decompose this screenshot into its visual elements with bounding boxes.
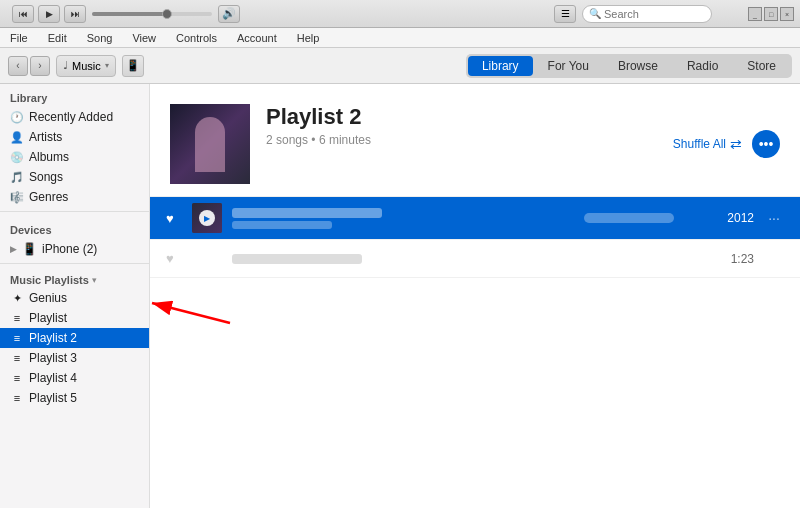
song-thumb-1: ▶ [192, 203, 222, 233]
more-options-icon: ••• [759, 136, 774, 152]
song-year-1: 2012 [714, 211, 754, 225]
song-artist-1 [232, 221, 332, 229]
song-name-2 [232, 254, 362, 264]
playlists-section-label: Music Playlists [10, 274, 89, 286]
shuffle-all-label: Shuffle All [673, 137, 726, 151]
menu-controls[interactable]: Controls [172, 32, 221, 44]
nav-tabs: Library For You Browse Radio Store [466, 54, 792, 78]
artists-label: Artists [29, 130, 62, 144]
menu-file[interactable]: File [6, 32, 32, 44]
sidebar-item-playlist4[interactable]: ≡ Playlist 4 [0, 368, 149, 388]
airplay-button[interactable]: 🔊 [218, 5, 240, 23]
forward-button[interactable]: ⏭ [64, 5, 86, 23]
playlist-art-background [170, 104, 250, 184]
song-name-1 [232, 208, 382, 218]
genres-icon: 🎼 [10, 191, 24, 204]
sidebar-item-playlist[interactable]: ≡ Playlist [0, 308, 149, 328]
chevron-icon: ▾ [105, 61, 109, 70]
playlist-icon: ≡ [10, 312, 24, 324]
content-area: Playlist 2 2 songs • 6 minutes Shuffle A… [150, 84, 800, 508]
song-more-button-1[interactable]: ··· [764, 210, 784, 226]
progress-fill [92, 12, 164, 16]
genius-label: Genius [29, 291, 67, 305]
sidebar-item-albums[interactable]: 💿 Albums [0, 147, 149, 167]
song-row-2: ♥ 1:23 [150, 240, 800, 278]
phone-icon: 📱 [126, 59, 140, 72]
playlist4-icon: ≡ [10, 372, 24, 384]
shuffle-all-button[interactable]: Shuffle All ⇄ [673, 136, 742, 152]
tab-radio[interactable]: Radio [673, 56, 732, 76]
back-button[interactable]: ‹ [8, 56, 28, 76]
heart-icon-2[interactable]: ♥ [166, 251, 182, 266]
minimize-button[interactable]: _ [748, 7, 762, 21]
sidebar-item-playlist3[interactable]: ≡ Playlist 3 [0, 348, 149, 368]
iphone-icon: 📱 [22, 242, 37, 256]
playlist4-label: Playlist 4 [29, 371, 77, 385]
source-selector[interactable]: ♩ Music ▾ [56, 55, 116, 77]
source-label: Music [72, 60, 101, 72]
artists-icon: 👤 [10, 131, 24, 144]
song-name-col-1 [232, 208, 574, 229]
play-button[interactable]: ▶ [38, 5, 60, 23]
iphone-label: iPhone (2) [42, 242, 97, 256]
menu-help[interactable]: Help [293, 32, 324, 44]
menu-edit[interactable]: Edit [44, 32, 71, 44]
tab-browse[interactable]: Browse [604, 56, 672, 76]
sidebar-item-iphone[interactable]: ▶ 📱 iPhone (2) [0, 239, 149, 259]
search-input[interactable] [604, 8, 704, 20]
app-window: ⏮ ▶ ⏭ 🔊 _ □ × ☰ 🔍 File Edit Song View Co… [0, 0, 800, 508]
transport-controls: ⏮ ▶ ⏭ [12, 5, 86, 23]
tab-store[interactable]: Store [733, 56, 790, 76]
playlists-section-row: Music Playlists ▾ [0, 268, 149, 288]
forward-button[interactable]: › [30, 56, 50, 76]
song-row-1: ♥ ▶ 2012 ··· [150, 197, 800, 240]
sidebar-item-playlist5[interactable]: ≡ Playlist 5 [0, 388, 149, 408]
playlist-info: Playlist 2 2 songs • 6 minutes [266, 104, 657, 147]
tab-library[interactable]: Library [468, 56, 533, 76]
sidebar: Library 🕐 Recently Added 👤 Artists 💿 Alb… [0, 84, 150, 508]
sidebar-item-songs[interactable]: 🎵 Songs [0, 167, 149, 187]
genius-icon: ✦ [10, 292, 24, 305]
playlist-art [170, 104, 250, 184]
song-name-col-2 [232, 254, 574, 264]
playlist3-label: Playlist 3 [29, 351, 77, 365]
playlist5-label: Playlist 5 [29, 391, 77, 405]
progress-bar[interactable] [92, 12, 212, 16]
more-options-button[interactable]: ••• [752, 130, 780, 158]
search-icon: 🔍 [589, 8, 601, 19]
device-arrow-icon: ▶ [10, 244, 17, 254]
view-list-button[interactable]: ☰ [554, 5, 576, 23]
playlist2-label: Playlist 2 [29, 331, 77, 345]
recently-added-label: Recently Added [29, 110, 113, 124]
recently-added-icon: 🕐 [10, 111, 24, 124]
menu-song[interactable]: Song [83, 32, 117, 44]
sidebar-item-recently-added[interactable]: 🕐 Recently Added [0, 107, 149, 127]
playlist-header: Playlist 2 2 songs • 6 minutes Shuffle A… [150, 84, 800, 197]
rewind-button[interactable]: ⏮ [12, 5, 34, 23]
search-box[interactable]: 🔍 [582, 5, 712, 23]
albums-icon: 💿 [10, 151, 24, 164]
playlist2-icon: ≡ [10, 332, 24, 344]
playlist-title: Playlist 2 [266, 104, 657, 130]
window-controls: _ □ × [748, 7, 794, 21]
songs-icon: 🎵 [10, 171, 24, 184]
close-button[interactable]: × [780, 7, 794, 21]
maximize-button[interactable]: □ [764, 7, 778, 21]
nav-arrows: ‹ › [8, 56, 50, 76]
sidebar-item-genius[interactable]: ✦ Genius [0, 288, 149, 308]
menu-bar: File Edit Song View Controls Account Hel… [0, 28, 800, 48]
progress-thumb [162, 9, 172, 19]
playlist-label: Playlist [29, 311, 67, 325]
menu-view[interactable]: View [128, 32, 160, 44]
heart-icon-1[interactable]: ♥ [166, 211, 182, 226]
title-bar: ⏮ ▶ ⏭ 🔊 _ □ × ☰ 🔍 [0, 0, 800, 28]
sidebar-item-genres[interactable]: 🎼 Genres [0, 187, 149, 207]
device-button[interactable]: 📱 [122, 55, 144, 77]
song-album-pill-1 [584, 213, 674, 223]
library-section-label: Library [0, 84, 149, 107]
sidebar-item-playlist2[interactable]: ≡ Playlist 2 [0, 328, 149, 348]
sidebar-item-artists[interactable]: 👤 Artists [0, 127, 149, 147]
songs-label: Songs [29, 170, 63, 184]
tab-for-you[interactable]: For You [534, 56, 603, 76]
menu-account[interactable]: Account [233, 32, 281, 44]
